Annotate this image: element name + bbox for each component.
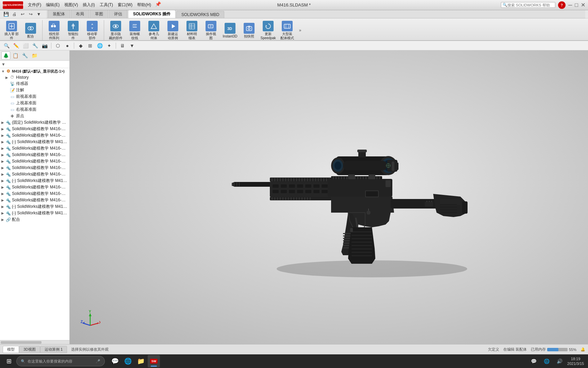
horizontal-scrollbar[interactable] xyxy=(0,340,69,344)
toolbar-snapshot[interactable]: 拍快照 xyxy=(240,20,258,41)
quick-options[interactable]: ▼ xyxy=(35,11,42,17)
menu-insert[interactable]: 插入(I) xyxy=(81,1,97,9)
sub-icon-cube[interactable]: ⬡ xyxy=(54,42,62,49)
minimize-button[interactable]: ─ xyxy=(568,2,572,8)
quick-print[interactable]: 🖨 xyxy=(11,11,18,17)
help-icon[interactable]: ? xyxy=(558,1,566,9)
menu-window[interactable]: 窗口(W) xyxy=(116,1,134,9)
tree-component-6[interactable]: ▶ 🔩 SolidWorks建模教学 M416-空合挂... xyxy=(0,152,69,158)
taskbar-tray-network[interactable]: 🌐 xyxy=(541,356,552,366)
tree-annotations[interactable]: 📝 注解 xyxy=(0,87,69,93)
tab-solidworks-mbd[interactable]: SOLIDWORKS MBD xyxy=(176,11,224,18)
sub-icon-globe[interactable]: 🌐 xyxy=(96,42,103,49)
toolbar-new-motion-study[interactable]: 新建运动算例 xyxy=(164,20,182,41)
tree-right-plane[interactable]: ▭ 右视基准面 xyxy=(0,106,69,113)
tree-component-3[interactable]: ▶ 🔩 SolidWorks建模教学 M416-复进导... xyxy=(0,132,69,139)
menu-help[interactable]: 帮助(H) xyxy=(135,1,153,9)
sub-icon-down[interactable]: ▼ xyxy=(128,42,136,49)
menu-edit[interactable]: 编辑(E) xyxy=(44,1,62,9)
toolbar-smart-fasteners[interactable]: 智能扣件 xyxy=(64,20,82,41)
tab-solidworks-addins[interactable]: SOLIDWORKS 插件 xyxy=(128,10,176,18)
status-tab-motion[interactable]: 运动算例 1 xyxy=(40,346,67,353)
scrollbar-thumb[interactable] xyxy=(1,341,42,344)
tree-front-plane[interactable]: ▭ 前视基准面 xyxy=(0,93,69,100)
toolbar-update-speedpak[interactable]: 更新Speedpak xyxy=(259,20,277,41)
sub-icon-wrench[interactable]: 🔧 xyxy=(31,42,39,49)
toolbar-reference-geometry[interactable]: 参考几何体 xyxy=(145,20,163,41)
help-search-input[interactable] xyxy=(507,3,552,7)
sub-icon-star[interactable]: ✦ xyxy=(105,42,113,49)
toolbar-expand[interactable]: » xyxy=(297,28,303,33)
tree-origin[interactable]: ✚ 原点 xyxy=(0,113,69,119)
taskbar-tray-chat[interactable]: 💬 xyxy=(528,356,539,366)
maximize-button[interactable]: □ xyxy=(575,2,578,8)
notification-icon[interactable]: 🔔 xyxy=(581,347,585,352)
quick-save[interactable]: 💾 xyxy=(3,11,10,17)
tree-sensors[interactable]: 📡 传感器 xyxy=(0,80,69,87)
tree-mates[interactable]: ▶ 🔗 配合 xyxy=(0,216,69,223)
sub-icon-sphere[interactable]: ● xyxy=(64,42,71,49)
close-button[interactable]: ✕ xyxy=(581,2,585,8)
taskbar-search[interactable]: 🔍 在这里输入你要搜索的内容 🎤 xyxy=(16,356,105,366)
sub-icon-draw[interactable]: ✏️ xyxy=(12,42,20,49)
taskbar-app-edge[interactable]: 🌐 xyxy=(122,355,134,367)
quick-undo[interactable]: ↩ xyxy=(19,11,26,17)
quick-redo[interactable]: ↪ xyxy=(27,11,34,17)
tab-sketch[interactable]: 草图 xyxy=(90,10,108,18)
toolbar-mate[interactable]: 配合 xyxy=(22,20,39,41)
tree-history[interactable]: ▶ ⏱ History xyxy=(0,74,69,80)
sub-icon-grid[interactable]: ⊞ xyxy=(86,42,94,49)
tree-component-10[interactable]: ▶ 🔩 (-) SolidWorks建模教学 M416-枪管... xyxy=(0,178,69,184)
tab-layout[interactable]: 布局 xyxy=(71,10,89,18)
tree-component-11[interactable]: ▶ 🔩 SolidWorks建模教学 M416-枪托-11... xyxy=(0,184,69,190)
toolbar-instant3d[interactable]: 3D Instant3D xyxy=(221,20,239,41)
sub-icon-monitor[interactable]: 🖥 xyxy=(119,42,126,49)
panel-tab-config[interactable]: 🔧 xyxy=(20,51,29,60)
toolbar-insert-component[interactable]: 插入零 部件 xyxy=(3,20,20,41)
sub-icon-camera[interactable]: 📷 xyxy=(41,42,48,49)
3d-viewport[interactable]: X Y Z xyxy=(70,50,588,344)
start-button[interactable]: ⊞ xyxy=(3,355,15,367)
menu-view[interactable]: 视图(V) xyxy=(62,1,80,9)
menu-tools[interactable]: 工具(T) xyxy=(98,1,115,9)
panel-tab-display[interactable]: 📁 xyxy=(30,51,39,60)
status-tab-3dview[interactable]: 3D视图 xyxy=(19,346,40,353)
help-search-box[interactable]: 🔍 xyxy=(501,2,555,8)
tree-component-1[interactable]: ▶ 🔩 (固定) SolidWorks建模教学 M416-枪... xyxy=(0,119,69,126)
tree-component-12[interactable]: ▶ 🔩 SolidWorks建模教学 M416-枪机-12... xyxy=(0,190,69,197)
sub-icon-box[interactable]: ⬜ xyxy=(22,42,29,49)
tree-top-plane[interactable]: ▭ 上视基准面 xyxy=(0,100,69,106)
pin-icon[interactable]: 📌 xyxy=(155,1,161,9)
taskbar-time[interactable]: 18:19 2021/3/15 xyxy=(567,356,584,366)
toolbar-large-assembly-mode[interactable]: 大型装配体模式 xyxy=(278,20,296,41)
taskbar-app-chat[interactable]: 💬 xyxy=(109,355,121,367)
toolbar-view-operations[interactable]: 操作视图 xyxy=(202,20,220,41)
tab-evaluate[interactable]: 评估 xyxy=(109,10,127,18)
toolbar-move-component[interactable]: 移动零部件 xyxy=(83,20,101,41)
sub-icon-diamond[interactable]: ◆ xyxy=(77,42,84,49)
status-tab-model[interactable]: 模型 xyxy=(3,346,19,353)
sub-icon-search[interactable]: 🔍 xyxy=(3,42,10,49)
taskbar-app-explorer[interactable]: 📁 xyxy=(135,355,147,367)
tree-component-7[interactable]: ▶ 🔩 SolidWorks建模教学 M416-拉机柄-... xyxy=(0,158,69,165)
panel-tab-feature-manager[interactable]: 🌲 xyxy=(1,51,10,60)
tree-component-9[interactable]: ▶ 🔩 SolidWorks建模教学 M416-枪管-9<... xyxy=(0,171,69,178)
toolbar-show-hide[interactable]: 显示隐藏的部件 xyxy=(107,20,125,41)
tree-component-14[interactable]: ▶ 🔩 (-) SolidWorks建模教学 M416-握把... xyxy=(0,203,69,210)
menu-file[interactable]: 文件(F) xyxy=(26,1,43,9)
tree-root[interactable]: ▼ ⚙ M416 (默认<默认_显示状态-1>) xyxy=(0,68,69,74)
tree-component-2[interactable]: ▶ 🔩 SolidWorks建模教学 M416-弹夹-1<... xyxy=(0,126,69,132)
taskbar-app-solidworks[interactable]: SW xyxy=(148,355,160,367)
toolbar-bom[interactable]: 材料明细表 xyxy=(183,20,201,41)
toolbar-cosmetic-thread[interactable]: 装饰螺纹线 xyxy=(126,20,144,41)
panel-tab-property[interactable]: 📋 xyxy=(11,51,20,60)
tree-component-4[interactable]: ▶ 🔩 (-) SolidWorks建模教学 M416-复进... xyxy=(0,139,69,145)
tree-component-15[interactable]: ▶ 🔩 (-) SolidWorks建模教学 M416-握把... xyxy=(0,210,69,216)
taskbar-tray-volume[interactable]: 🔊 xyxy=(554,356,565,366)
tree-component-5[interactable]: ▶ 🔩 SolidWorks建模教学 M416-护木-4<... xyxy=(0,145,69,152)
tab-assembly[interactable]: 装配体 xyxy=(48,10,70,18)
taskbar-mic-icon[interactable]: 🎤 xyxy=(96,359,100,364)
tree-component-8[interactable]: ▶ 🔩 SolidWorks建模教学 M416-瞄准镜-... xyxy=(0,165,69,171)
toolbar-linear-pattern[interactable]: 线性部件阵列 xyxy=(45,20,63,41)
tree-component-13[interactable]: ▶ 🔩 SolidWorks建模教学 M416-握把-13... xyxy=(0,197,69,203)
